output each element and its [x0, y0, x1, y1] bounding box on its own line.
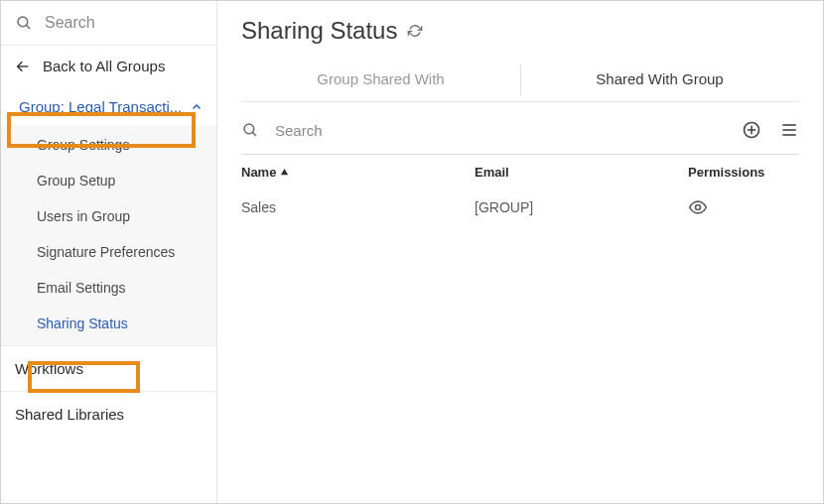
add-icon[interactable]	[742, 120, 761, 140]
sidebar-search-input[interactable]	[43, 13, 245, 33]
arrow-left-icon	[15, 59, 31, 74]
nav-sharing-status[interactable]: Sharing Status	[1, 306, 216, 341]
chevron-up-icon	[191, 101, 203, 113]
table-row[interactable]: Sales [GROUP]	[241, 188, 799, 227]
cell-email: [GROUP]	[475, 199, 688, 215]
svg-line-4	[252, 132, 256, 136]
nav-shared-libraries[interactable]: Shared Libraries	[1, 391, 216, 437]
nav-email-settings[interactable]: Email Settings	[1, 270, 216, 306]
svg-line-1	[26, 25, 30, 29]
sidebar-search[interactable]	[1, 1, 216, 46]
search-icon	[241, 121, 259, 139]
page-title-row: Sharing Status	[241, 17, 799, 45]
svg-marker-11	[281, 169, 288, 175]
group-nav: Group Settings Group Setup Users in Grou…	[1, 125, 216, 345]
back-to-groups[interactable]: Back to All Groups	[1, 46, 216, 88]
col-header-permissions[interactable]: Permissions	[688, 165, 799, 180]
table-header: Name Email Permissions	[241, 155, 799, 188]
nav-group-settings[interactable]: Group Settings	[1, 127, 216, 163]
tab-shared-with-group[interactable]: Shared With Group	[520, 59, 799, 101]
nav-group-setup[interactable]: Group Setup	[1, 163, 216, 198]
nav-workflows[interactable]: Workflows	[1, 345, 216, 391]
table-toolbar	[241, 102, 799, 154]
back-label: Back to All Groups	[43, 58, 165, 74]
search-icon	[15, 14, 33, 32]
sort-asc-icon	[280, 168, 289, 177]
cell-name: Sales	[241, 199, 475, 215]
svg-point-3	[244, 124, 254, 134]
menu-icon[interactable]	[779, 120, 799, 140]
table-search-input[interactable]	[273, 121, 728, 140]
nav-signature-preferences[interactable]: Signature Preferences	[1, 234, 216, 270]
cell-permissions	[688, 197, 799, 217]
sidebar: Back to All Groups Group: Legal Transact…	[1, 1, 217, 503]
nav-users-in-group[interactable]: Users in Group	[1, 198, 216, 234]
tabs: Group Shared With Shared With Group	[241, 59, 799, 102]
main-content: Sharing Status Group Shared With Shared …	[217, 1, 823, 503]
svg-point-12	[696, 205, 701, 210]
group-header-label: Group: Legal Transacti...	[19, 98, 182, 115]
toolbar-actions	[742, 120, 799, 140]
app-frame: Back to All Groups Group: Legal Transact…	[0, 0, 824, 504]
col-header-name-label: Name	[241, 165, 276, 180]
group-header[interactable]: Group: Legal Transacti...	[5, 88, 212, 125]
tab-group-shared-with[interactable]: Group Shared With	[241, 59, 520, 101]
svg-point-0	[18, 17, 28, 27]
col-header-email[interactable]: Email	[475, 165, 688, 180]
eye-icon	[688, 197, 799, 217]
refresh-icon[interactable]	[407, 23, 423, 39]
page-title: Sharing Status	[241, 17, 397, 45]
col-header-name[interactable]: Name	[241, 165, 475, 180]
